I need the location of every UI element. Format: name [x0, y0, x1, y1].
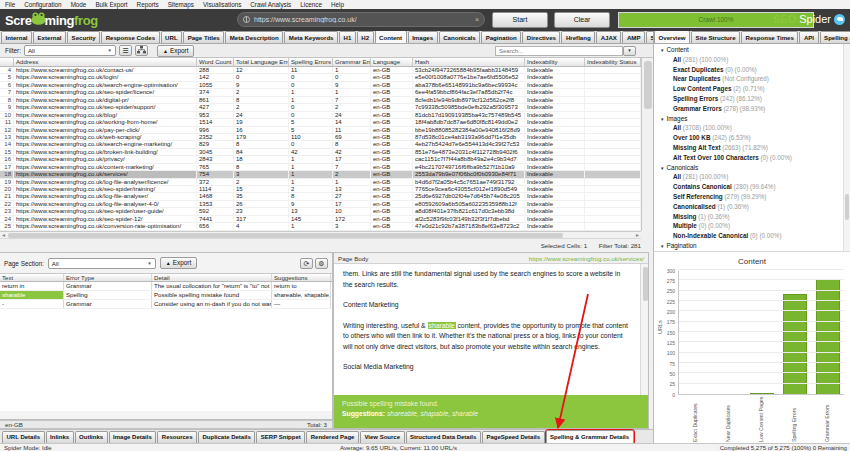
settings-button[interactable]: ⚙ [315, 258, 328, 269]
column-header-detail[interactable]: Detail [152, 274, 272, 281]
tree-section-images[interactable]: ▼Images [654, 114, 843, 124]
highlighted-word[interactable]: sharable [428, 322, 456, 329]
bottom-tab-pagespeed-details[interactable]: PageSpeed Details [482, 431, 545, 443]
menu-reports[interactable]: Reports [137, 0, 159, 9]
scrollbar-thumb[interactable] [845, 194, 849, 220]
export-button[interactable]: ▲ Export [157, 45, 194, 57]
search-options-button[interactable]: ▼ [623, 46, 636, 56]
menu-file[interactable]: File [5, 0, 15, 9]
start-button[interactable]: Start [492, 12, 548, 28]
tree-item-content-all[interactable]: All (281) (100.00%) [654, 55, 843, 65]
clear-button[interactable]: Clear [554, 12, 610, 28]
table-row[interactable]: 13https://www.screamingfrog.co.uk/web-sc… [0, 134, 641, 141]
table-row[interactable]: 10https://www.screamingfrog.co.uk/blog/9… [0, 112, 641, 119]
table-row[interactable]: 11https://www.screamingfrog.co.uk/workin… [0, 119, 641, 126]
table-row[interactable]: 24https://www.screamingfrog.co.uk/seo-sp… [0, 216, 641, 223]
table-row[interactable]: 7https://www.screamingfrog.co.uk/seo-spi… [0, 89, 641, 96]
tab-canonicals[interactable]: Canonicals [439, 31, 481, 43]
tab-url[interactable]: URL [161, 31, 183, 43]
table-row[interactable]: 12https://www.screamingfrog.co.uk/pay-pe… [0, 127, 641, 134]
column-header-language[interactable]: Language [371, 58, 413, 66]
bottom-tab-view-source[interactable]: View Source [360, 431, 405, 443]
column-header-row-number[interactable] [0, 58, 14, 66]
tree-item-images-all[interactable]: All (3708) (100.00%) [654, 123, 843, 133]
page-body-scrollbar[interactable] [640, 264, 648, 395]
table-row[interactable]: 21https://www.screamingfrog.co.uk/log-fi… [0, 193, 641, 200]
bottom-tab-spelling-grammar-details[interactable]: Spelling & Grammar Details [546, 430, 634, 443]
filter-select[interactable]: All▼ [24, 45, 116, 56]
error-row[interactable]: return inGrammarThe usual collocation fo… [0, 282, 332, 291]
table-row[interactable]: 19https://www.screamingfrog.co.uk/log-fi… [0, 179, 641, 186]
tab-h1[interactable]: H1 [339, 31, 356, 43]
menu-sitemaps[interactable]: Sitemaps [168, 0, 194, 9]
tree-item-images-missing-alt-text[interactable]: Missing Alt Text (2663) (71.82%) [654, 143, 843, 153]
url-input[interactable]: https://www.screamingfrog.co.uk/ [254, 16, 472, 23]
column-header-total-language-errors[interactable]: Total Language Errors [234, 58, 289, 66]
table-row[interactable]: 18https://www.screamingfrog.co.uk/servic… [0, 171, 641, 178]
tab-h2[interactable]: H2 [357, 31, 374, 43]
bottom-tab-resources[interactable]: Resources [157, 431, 197, 443]
scroll-right-icon[interactable]: ► [635, 232, 640, 239]
tree-item-canonicals-contains-canonical[interactable]: Contains Canonical (280) (99.64%) [654, 182, 843, 192]
column-header-text[interactable]: Text [0, 274, 64, 281]
menu-help[interactable]: Help [331, 0, 344, 9]
menu-visualisations[interactable]: Visualisations [203, 0, 241, 9]
table-row[interactable]: 22https://www.screamingfrog.co.uk/log-fi… [0, 201, 641, 208]
table-row[interactable]: 6https://www.screamingfrog.co.uk/search-… [0, 82, 641, 89]
bottom-tab-outlinks[interactable]: Outlinks [75, 431, 108, 443]
tree-section-pagination[interactable]: ▼Pagination [654, 241, 843, 251]
bottom-tab-url-details[interactable]: URL Details [2, 431, 45, 443]
refresh-button[interactable]: ⟳ [300, 258, 313, 269]
scrollbar-thumb[interactable] [644, 61, 652, 109]
table-row[interactable]: 25https://www.screamingfrog.co.uk/conver… [0, 223, 641, 230]
tab-response-codes[interactable]: Response Codes [101, 31, 159, 43]
right-tab-overview[interactable]: Overview [654, 31, 690, 43]
bottom-tab-duplicate-details[interactable]: Duplicate Details [198, 431, 255, 443]
right-tab-spelling-grammar[interactable]: Spelling & Grammar [820, 31, 850, 43]
bottom-tab-image-details[interactable]: Image Details [109, 431, 157, 443]
tree-item-canonicals-all[interactable]: All (281) (100.00%) [654, 172, 843, 182]
column-header-spelling-errors[interactable]: Spelling Errors [289, 58, 333, 66]
table-row[interactable]: 14https://www.screamingfrog.co.uk/search… [0, 141, 641, 148]
tab-hreflang[interactable]: Hreflang [561, 31, 595, 43]
tab-content[interactable]: Content [375, 31, 407, 43]
twitter-icon[interactable] [834, 14, 845, 25]
scrollbar-thumb[interactable] [8, 233, 563, 238]
table-row[interactable]: 9https://www.screamingfrog.co.uk/seo-spi… [0, 104, 641, 111]
tree-item-content-low-content-pages[interactable]: Low Content Pages (2) (0.71%) [654, 84, 843, 94]
column-header-indexability[interactable]: Indexability [525, 58, 585, 66]
tab-meta-keywords[interactable]: Meta Keywords [284, 31, 338, 43]
column-header-error-type[interactable]: Error Type [64, 274, 152, 281]
right-tab-api[interactable]: API [799, 31, 818, 43]
tab-page-titles[interactable]: Page Titles [183, 31, 224, 43]
bottom-tab-rendered-page[interactable]: Rendered Page [306, 431, 359, 443]
tree-item-canonicals-multiple[interactable]: Multiple (0) (0.00%) [654, 221, 843, 231]
table-row[interactable]: 23https://www.screamingfrog.co.uk/seo-sp… [0, 208, 641, 215]
clear-url-icon[interactable]: × [475, 16, 479, 23]
export-errors-button[interactable]: ▲ Export [160, 257, 197, 269]
url-bar[interactable]: https://www.screamingfrog.co.uk/ × [237, 12, 485, 27]
tab-external[interactable]: External [33, 31, 66, 43]
menu-mode[interactable]: Mode [71, 0, 87, 9]
right-tab-response-times[interactable]: Response Times [741, 31, 798, 43]
search-input[interactable] [495, 46, 623, 56]
menu-bulk-export[interactable]: Bulk Export [95, 0, 127, 9]
right-tab-site-structure[interactable]: Site Structure [691, 31, 740, 43]
tree-section-content[interactable]: ▼Content [654, 45, 843, 55]
tree-item-canonicals-non-indexable-canonical[interactable]: Non-Indexable Canonical (0) (0.00%) [654, 231, 843, 241]
bottom-tab-structured-data-details[interactable]: Structured Data Details [406, 431, 481, 443]
tree-item-canonicals-self-referencing[interactable]: Self Referencing (279) (99.29%) [654, 192, 843, 202]
tree-item-canonicals-missing[interactable]: Missing (1) (0.36%) [654, 212, 843, 222]
bottom-tab-inlinks[interactable]: Inlinks [46, 431, 74, 443]
tree-item-content-spelling-errors[interactable]: Spelling Errors (242) (86.12%) [654, 94, 843, 104]
table-row[interactable]: 5https://www.screamingfrog.co.uk/login/1… [0, 74, 641, 81]
tree-item-content-near-duplicates[interactable]: Near Duplicates (Not Configured) [654, 74, 843, 84]
table-horizontal-scrollbar[interactable]: ◄ ► [0, 231, 641, 239]
page-section-select[interactable]: All▼ [48, 258, 156, 269]
tree-item-canonicals-canonicalised[interactable]: Canonicalised (1) (0.36%) [654, 202, 843, 212]
table-row[interactable]: 16https://www.screamingfrog.co.uk/privac… [0, 156, 641, 163]
table-row[interactable]: 17https://www.screamingfrog.co.uk/conten… [0, 164, 641, 171]
tab-security[interactable]: Security [67, 31, 100, 43]
table-vertical-scrollbar[interactable] [641, 58, 653, 231]
table-row[interactable]: 20https://www.screamingfrog.co.uk/seo-sp… [0, 186, 641, 193]
